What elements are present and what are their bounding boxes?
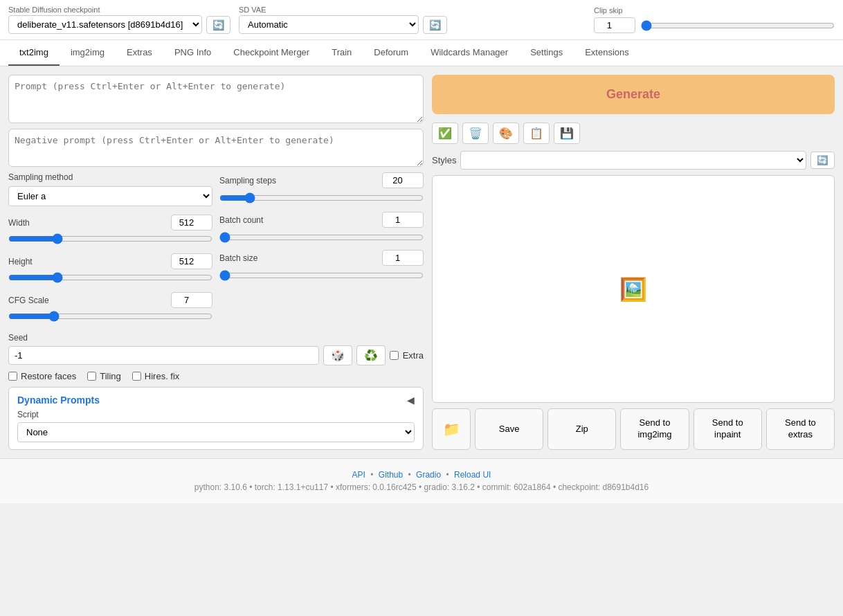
send-to-inpaint-button[interactable]: Send to inpaint bbox=[694, 408, 762, 450]
styles-row: Styles 🔄 bbox=[432, 151, 835, 170]
sampling-steps-label: Sampling steps bbox=[219, 176, 276, 185]
clip-skip-slider-wrap bbox=[594, 17, 835, 33]
batch-size-input[interactable] bbox=[382, 250, 424, 266]
hires-fix-checkbox[interactable] bbox=[132, 372, 141, 381]
top-bar: Stable Diffusion checkpoint deliberate_v… bbox=[0, 0, 843, 40]
extra-checkbox[interactable] bbox=[390, 351, 399, 360]
prompt-input[interactable] bbox=[8, 75, 424, 123]
right-panel: Generate ✅ 🗑️ 🎨 📋 💾 Styles 🔄 🖼️ 📁 Save Z… bbox=[432, 75, 835, 450]
toolbar-clipboard-button[interactable]: 📋 bbox=[523, 123, 550, 144]
sampling-steps-input[interactable] bbox=[382, 172, 424, 188]
dynamic-prompts-header: Dynamic Prompts ◀ bbox=[17, 395, 415, 406]
checkpoint-refresh-button[interactable]: 🔄 bbox=[206, 16, 230, 34]
tabs-bar: txt2img img2img Extras PNG Info Checkpoi… bbox=[0, 40, 843, 66]
hires-fix-checkbox-item[interactable]: Hires. fix bbox=[132, 371, 180, 381]
styles-select[interactable] bbox=[460, 151, 806, 170]
footer-dot-2: • bbox=[408, 470, 411, 480]
clip-skip-input[interactable] bbox=[594, 17, 635, 33]
footer-sys-info: python: 3.10.6 • torch: 1.13.1+cu117 • x… bbox=[11, 482, 832, 492]
seed-recycle-button[interactable]: ♻️ bbox=[356, 345, 386, 365]
script-select[interactable]: None bbox=[17, 422, 415, 442]
left-panel: Sampling method Euler a Width Height bbox=[8, 75, 424, 450]
checkpoint-select[interactable]: deliberate_v11.safetensors [d8691b4d16] bbox=[8, 15, 202, 34]
seed-dice-button[interactable]: 🎲 bbox=[323, 345, 352, 365]
generate-button[interactable]: Generate bbox=[432, 75, 835, 114]
footer: API • Github • Gradio • Reload UI python… bbox=[0, 458, 843, 503]
vae-select[interactable]: Automatic bbox=[239, 15, 419, 34]
tab-png-info[interactable]: PNG Info bbox=[163, 40, 222, 66]
batch-size-slider[interactable] bbox=[219, 270, 424, 281]
cfg-scale-input[interactable] bbox=[171, 292, 212, 308]
script-label: Script bbox=[17, 410, 415, 419]
negative-prompt-input[interactable] bbox=[8, 129, 424, 167]
toolbar-check-button[interactable]: ✅ bbox=[432, 123, 458, 144]
batch-count-slider[interactable] bbox=[219, 232, 424, 243]
controls-grid: Sampling method Euler a Width Height bbox=[8, 172, 424, 324]
cfg-scale-label: CFG Scale bbox=[8, 296, 49, 305]
batch-count-input[interactable] bbox=[382, 212, 424, 228]
dynamic-prompts-arrow[interactable]: ◀ bbox=[407, 395, 415, 406]
toolbar-save-button[interactable]: 💾 bbox=[554, 123, 580, 144]
styles-label: Styles bbox=[432, 155, 456, 165]
restore-faces-checkbox-item[interactable]: Restore faces bbox=[8, 371, 76, 381]
footer-links: API • Github • Gradio • Reload UI bbox=[11, 470, 832, 480]
checkpoint-group: Stable Diffusion checkpoint deliberate_v… bbox=[8, 6, 230, 34]
api-link[interactable]: API bbox=[352, 470, 365, 480]
image-placeholder-icon: 🖼️ bbox=[619, 276, 647, 302]
toolbar-trash-button[interactable]: 🗑️ bbox=[462, 123, 489, 144]
dynamic-prompts-title: Dynamic Prompts bbox=[17, 395, 100, 406]
height-label: Height bbox=[8, 257, 33, 266]
hires-fix-label: Hires. fix bbox=[145, 371, 180, 381]
tab-wildcards-manager[interactable]: Wildcards Manager bbox=[419, 40, 519, 66]
checkpoint-label: Stable Diffusion checkpoint bbox=[8, 6, 230, 14]
reload-ui-link[interactable]: Reload UI bbox=[454, 470, 491, 480]
toolbar-paint-button[interactable]: 🎨 bbox=[493, 123, 519, 144]
width-slider[interactable] bbox=[8, 233, 212, 244]
tab-deforum[interactable]: Deforum bbox=[363, 40, 419, 66]
seed-section: Seed 🎲 ♻️ Extra bbox=[8, 332, 424, 365]
seed-input[interactable] bbox=[8, 346, 319, 365]
left-controls: Sampling method Euler a Width Height bbox=[8, 172, 212, 324]
cfg-scale-slider[interactable] bbox=[8, 311, 212, 322]
action-buttons-row: 📁 Save Zip Send to img2img Send to inpai… bbox=[432, 408, 835, 450]
tiling-checkbox-item[interactable]: Tiling bbox=[87, 371, 121, 381]
height-slider[interactable] bbox=[8, 272, 212, 283]
checkboxes-row: Restore faces Tiling Hires. fix bbox=[8, 371, 424, 381]
vae-label: SD VAE bbox=[239, 6, 447, 14]
open-folder-button[interactable]: 📁 bbox=[432, 408, 471, 450]
clip-skip-label: Clip skip bbox=[594, 6, 623, 15]
batch-count-label: Batch count bbox=[219, 215, 263, 225]
tab-extras[interactable]: Extras bbox=[116, 40, 163, 66]
styles-refresh-button[interactable]: 🔄 bbox=[810, 152, 835, 169]
tiling-label: Tiling bbox=[100, 371, 121, 381]
gradio-link[interactable]: Gradio bbox=[416, 470, 441, 480]
clip-skip-slider[interactable] bbox=[641, 20, 835, 31]
github-link[interactable]: Github bbox=[379, 470, 403, 480]
batch-size-label: Batch size bbox=[219, 253, 257, 263]
tab-txt2img[interactable]: txt2img bbox=[8, 40, 60, 66]
restore-faces-checkbox[interactable] bbox=[8, 372, 17, 381]
width-input[interactable] bbox=[171, 215, 212, 230]
tab-extensions[interactable]: Extensions bbox=[574, 40, 640, 66]
footer-dot-3: • bbox=[446, 470, 448, 480]
send-to-img2img-button[interactable]: Send to img2img bbox=[620, 408, 689, 450]
save-button[interactable]: Save bbox=[475, 408, 543, 450]
send-to-extras-button[interactable]: Send to extras bbox=[766, 408, 835, 450]
sampling-method-select[interactable]: Euler a bbox=[8, 186, 212, 206]
checkpoint-select-wrap: deliberate_v11.safetensors [d8691b4d16] … bbox=[8, 15, 230, 34]
vae-refresh-button[interactable]: 🔄 bbox=[423, 16, 447, 34]
tiling-checkbox[interactable] bbox=[87, 372, 96, 381]
tab-img2img[interactable]: img2img bbox=[60, 40, 116, 66]
main-content: Sampling method Euler a Width Height bbox=[0, 66, 843, 458]
tab-train[interactable]: Train bbox=[320, 40, 363, 66]
footer-dot-1: • bbox=[370, 470, 373, 480]
sampling-steps-slider[interactable] bbox=[219, 192, 424, 203]
tab-checkpoint-merger[interactable]: Checkpoint Merger bbox=[222, 40, 320, 66]
right-controls: Sampling steps Batch count Batch size bbox=[219, 172, 424, 324]
dynamic-prompts-section: Dynamic Prompts ◀ Script None bbox=[8, 387, 424, 450]
zip-button[interactable]: Zip bbox=[547, 408, 616, 450]
tab-settings[interactable]: Settings bbox=[519, 40, 574, 66]
toolbar-row: ✅ 🗑️ 🎨 📋 💾 bbox=[432, 123, 835, 144]
height-input[interactable] bbox=[171, 253, 212, 269]
width-label: Width bbox=[8, 218, 30, 228]
